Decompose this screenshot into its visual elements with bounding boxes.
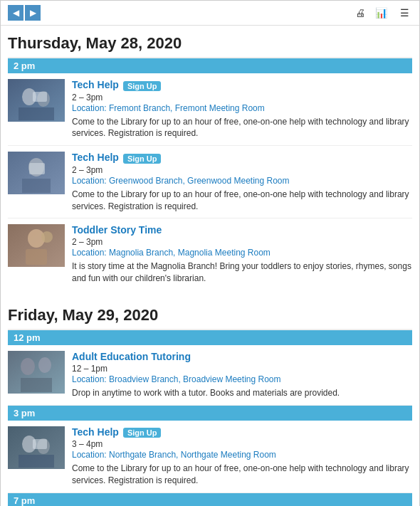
event-time-tech-help-northgate: 3 – 4pm [72,439,412,449]
event-title-toddler-story-time[interactable]: Toddler Story Time [72,224,162,236]
next-arrow[interactable]: ▶ [25,5,41,21]
event-item-tech-help-greenwood: Tech HelpSign Up2 – 3pmLocation: Greenwo… [8,146,412,218]
event-details-tech-help-greenwood: Tech HelpSign Up2 – 3pmLocation: Greenwo… [72,152,412,212]
day-section-1: Friday, May 29, 202012 pm Adult Educatio… [8,297,412,506]
signup-badge-tech-help-greenwood[interactable]: Sign Up [123,154,162,164]
svg-rect-7 [22,179,51,193]
event-location-toddler-story-time: Location: Magnolia Branch, Magnolia Meet… [72,248,412,258]
event-desc-adult-education: Drop in anytime to work with a tutor. Bo… [72,387,412,399]
event-time-tech-help-greenwood: 2 – 3pm [72,165,412,175]
top-bar-right [355,7,412,19]
event-title-row-tech-help-northgate: Tech HelpSign Up [72,426,412,438]
event-time-adult-education: 12 – 1pm [72,364,412,374]
event-details-adult-education: Adult Education Tutoring12 – 1pmLocation… [72,351,412,399]
top-bar: ◀ ▶ [1,1,419,26]
event-title-row-tech-help-fremont: Tech HelpSign Up [72,79,412,91]
event-location-tech-help-northgate: Location: Northgate Branch, Northgate Me… [72,450,412,460]
time-bar-1-2: 7 pm [8,493,412,506]
svg-rect-21 [33,439,47,449]
event-location-adult-education: Location: Broadview Branch, Broadview Me… [72,374,412,384]
print-icon [355,7,365,19]
event-thumb-adult-education [8,351,65,394]
subscribe-icon [375,7,387,19]
prev-arrow[interactable]: ◀ [8,5,23,21]
event-item-tech-help-fremont: Tech HelpSign Up2 – 3pmLocation: Fremont… [8,73,412,146]
event-thumb-tech-help-northgate [8,426,65,469]
event-details-tech-help-northgate: Tech HelpSign Up3 – 4pmLocation: Northga… [72,426,412,487]
event-title-row-tech-help-greenwood: Tech HelpSign Up [72,152,412,164]
svg-point-14 [21,358,35,375]
subscribe-link[interactable] [375,7,390,19]
event-item-tech-help-northgate: Tech HelpSign Up3 – 4pmLocation: Northga… [8,421,412,493]
event-time-toddler-story-time: 2 – 3pm [72,237,412,247]
svg-point-12 [41,231,53,243]
event-thumb-tech-help-greenwood [8,152,65,194]
signup-badge-tech-help-northgate[interactable]: Sign Up [123,428,162,438]
signup-badge-tech-help-fremont[interactable]: Sign Up [123,81,162,91]
myevents-link[interactable] [400,7,412,19]
svg-rect-20 [19,455,54,468]
day-section-0: Thursday, May 28, 20202 pm Tech HelpSign… [8,26,412,290]
event-thumb-toddler-story-time [8,224,65,267]
event-item-toddler-story-time: Toddler Story Time2 – 3pmLocation: Magno… [8,218,412,290]
svg-rect-3 [19,107,54,120]
event-title-row-toddler-story-time: Toddler Story Time [72,224,412,236]
myevents-icon [400,7,409,19]
time-bar-1-1: 3 pm [8,406,412,421]
event-location-tech-help-greenwood: Location: Greenwood Branch, Greenwood Me… [72,176,412,186]
event-details-toddler-story-time: Toddler Story Time2 – 3pmLocation: Magno… [72,224,412,285]
event-title-tech-help-fremont[interactable]: Tech Help [72,79,119,90]
day-heading-0: Thursday, May 28, 2020 [8,26,412,58]
time-bar-0-0: 2 pm [8,58,412,73]
print-link[interactable] [355,7,365,19]
svg-rect-16 [21,378,52,392]
svg-rect-11 [26,249,47,265]
event-details-tech-help-fremont: Tech HelpSign Up2 – 3pmLocation: Fremont… [72,79,412,139]
day-heading-1: Friday, May 29, 2020 [8,297,412,330]
svg-point-15 [38,357,51,373]
event-desc-tech-help-greenwood: Come to the Library for up to an hour of… [72,189,412,213]
nav-arrows: ◀ ▶ [8,5,41,21]
event-item-adult-education: Adult Education Tutoring12 – 1pmLocation… [8,345,412,406]
event-title-tech-help-greenwood[interactable]: Tech Help [72,152,119,163]
svg-rect-8 [29,163,45,174]
event-title-row-adult-education: Adult Education Tutoring [72,351,412,362]
event-title-adult-education[interactable]: Adult Education Tutoring [72,351,191,362]
calendar-content: Thursday, May 28, 20202 pm Tech HelpSign… [1,26,419,506]
event-thumb-tech-help-fremont [8,79,65,122]
event-desc-tech-help-northgate: Come to the Library for up to an hour of… [72,463,412,487]
event-desc-tech-help-fremont: Come to the Library for up to an hour of… [72,116,412,140]
page-container: ◀ ▶ Thursday, May 28, 20202 pm [0,0,420,506]
time-bar-1-0: 12 pm [8,330,412,345]
event-title-tech-help-northgate[interactable]: Tech Help [72,426,119,438]
event-time-tech-help-fremont: 2 – 3pm [72,93,412,102]
event-location-tech-help-fremont: Location: Fremont Branch, Fremont Meetin… [72,103,412,113]
svg-rect-4 [33,92,47,102]
event-desc-toddler-story-time: It is story time at the Magnolia Branch!… [72,260,412,285]
